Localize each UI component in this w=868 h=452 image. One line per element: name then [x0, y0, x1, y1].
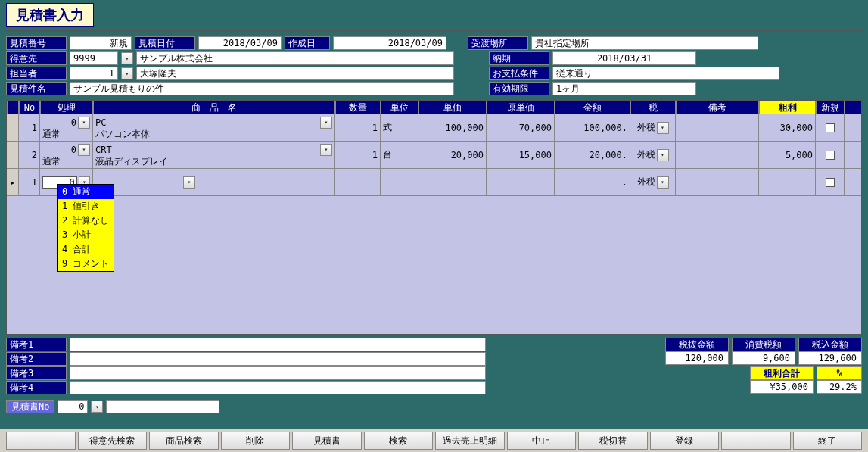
tax-dropdown-icon[interactable]: ▾: [657, 149, 669, 161]
subject-field[interactable]: サンプル見積もりの件: [70, 82, 454, 95]
due-label: 納期: [489, 51, 549, 65]
fn-estimate[interactable]: 見積書: [292, 432, 362, 450]
col-no: No: [19, 101, 40, 114]
remark4-field[interactable]: [70, 381, 486, 394]
cell-unit[interactable]: 台: [381, 142, 418, 168]
cell-proc[interactable]: 0 ▾ 通常: [40, 114, 93, 141]
fn-cancel[interactable]: 中止: [507, 432, 577, 450]
cell-price[interactable]: 100,000: [418, 114, 487, 141]
tax-value: 9,600: [732, 351, 795, 365]
remark3-field[interactable]: [70, 366, 486, 380]
cell-new[interactable]: [816, 114, 845, 141]
cell-remark[interactable]: [676, 114, 759, 141]
grid-row[interactable]: 1 0 ▾ 通常 PC ▾ パソコン本体 1 式 100,000 70,000 …: [7, 114, 861, 142]
staff-code-field[interactable]: 1: [70, 67, 118, 80]
gross-value: 129,600: [798, 351, 862, 365]
proc-option[interactable]: 0 通常: [58, 185, 114, 199]
col-qty: 数量: [335, 101, 381, 114]
cell-remark[interactable]: [676, 142, 759, 168]
fn-tax-toggle[interactable]: 税切替: [578, 432, 648, 450]
net-value: 120,000: [665, 351, 729, 365]
product-dropdown-icon[interactable]: ▾: [183, 176, 195, 189]
cell-product[interactable]: PC ▾ パソコン本体: [93, 114, 335, 141]
fn-product-search[interactable]: 商品検索: [149, 432, 219, 450]
new-checkbox[interactable]: [826, 151, 835, 160]
due-field[interactable]: 2018/03/31: [552, 51, 696, 65]
docno-desc-field[interactable]: [106, 400, 219, 413]
fn-customer-search[interactable]: 得意先検索: [78, 432, 148, 450]
fn-blank-1[interactable]: [6, 432, 76, 450]
gross-label: 税込金額: [798, 338, 862, 351]
payterm-field[interactable]: 従来通り: [552, 67, 779, 80]
grid-row-active[interactable]: ▸ 1 0 ▾ ▾ . 外税 ▾: [7, 169, 861, 196]
cell-qty[interactable]: 1: [335, 114, 381, 141]
cell-qty[interactable]: [335, 169, 381, 195]
col-price: 単価: [418, 101, 487, 114]
proc-option[interactable]: 1 値引き: [58, 199, 114, 214]
proc-option[interactable]: 9 コメント: [58, 257, 114, 271]
fn-search[interactable]: 検索: [364, 432, 434, 450]
cell-tax[interactable]: 外税 ▾: [630, 169, 676, 195]
product-dropdown-icon[interactable]: ▾: [320, 117, 332, 129]
cell-unit[interactable]: [381, 169, 418, 195]
grid-row[interactable]: 2 0 ▾ 通常 CRT ▾ 液晶ディスプレイ 1 台 20,000 15,00…: [7, 142, 861, 169]
docno-label: 見積書No: [6, 400, 54, 413]
proc-option[interactable]: 2 計算なし: [58, 214, 114, 228]
customer-dropdown-icon[interactable]: ▾: [121, 52, 133, 64]
customer-name-field[interactable]: サンプル株式会社: [136, 51, 454, 65]
create-date-field[interactable]: 2018/03/09: [333, 36, 446, 50]
proc-code: 0: [71, 117, 76, 128]
proc-option[interactable]: 3 小計: [58, 228, 114, 242]
remarks-block: 備考1 備考2 備考3 備考4: [6, 338, 490, 395]
totals-block: 税抜金額120,000 消費税額9,600 税込金額129,600 粗利合計¥3…: [506, 338, 862, 395]
cell-cost[interactable]: 15,000: [487, 142, 555, 168]
cell-remark[interactable]: [676, 169, 759, 195]
cell-new[interactable]: [816, 169, 845, 195]
window-title: 見積書入力: [6, 3, 94, 27]
new-checkbox[interactable]: [826, 123, 835, 132]
staff-name-field[interactable]: 大塚隆夫: [136, 67, 454, 80]
proc-dropdown-icon[interactable]: ▾: [78, 144, 90, 156]
tax-dropdown-icon[interactable]: ▾: [657, 176, 669, 189]
fn-register[interactable]: 登録: [650, 432, 720, 450]
product-dropdown-icon[interactable]: ▾: [320, 144, 332, 156]
docno-field[interactable]: 0: [58, 400, 88, 413]
row-marker: [7, 142, 19, 168]
cell-qty[interactable]: 1: [335, 142, 381, 168]
line-items-grid[interactable]: No 処理 商 品 名 数量 単位 単価 原単価 金額 税 備考 粗利 新規 1…: [6, 100, 862, 335]
est-date-label: 見積日付: [135, 36, 195, 50]
remark1-field[interactable]: [70, 338, 486, 351]
cell-unit[interactable]: 式: [381, 114, 418, 141]
proc-name: 通常: [42, 156, 90, 167]
customer-code-field[interactable]: 9999: [70, 51, 118, 65]
cell-tax[interactable]: 外税 ▾: [630, 114, 676, 141]
delivery-place-field[interactable]: 貴社指定場所: [531, 36, 758, 50]
payterm-label: お支払条件: [489, 67, 549, 80]
fn-exit[interactable]: 終了: [793, 432, 863, 450]
remark2-field[interactable]: [70, 352, 486, 366]
row-marker-current: ▸: [7, 169, 19, 195]
fn-past-sales[interactable]: 過去売上明細: [435, 432, 505, 450]
cell-price[interactable]: [418, 169, 487, 195]
proc-option[interactable]: 4 合計: [58, 242, 114, 257]
cell-product[interactable]: CRT ▾ 液晶ディスプレイ: [93, 142, 335, 168]
cell-proc[interactable]: 0 ▾ 通常: [40, 142, 93, 168]
fn-blank-2[interactable]: [721, 432, 791, 450]
proc-dropdown-list[interactable]: 0 通常 1 値引き 2 計算なし 3 小計 4 合計 9 コメント: [57, 184, 114, 272]
cell-new[interactable]: [816, 142, 845, 168]
cell-product[interactable]: ▾: [93, 169, 335, 195]
est-date-field[interactable]: 2018/03/09: [198, 36, 282, 50]
cell-tax[interactable]: 外税 ▾: [630, 142, 676, 168]
docno-dropdown-icon[interactable]: ▾: [91, 401, 103, 413]
cell-cost[interactable]: [487, 169, 555, 195]
customer-label: 得意先: [6, 51, 67, 65]
est-no-field[interactable]: 新規: [70, 36, 132, 50]
staff-dropdown-icon[interactable]: ▾: [121, 67, 133, 79]
fn-delete[interactable]: 削除: [221, 432, 291, 450]
cell-price[interactable]: 20,000: [418, 142, 487, 168]
proc-dropdown-icon[interactable]: ▾: [78, 117, 90, 129]
tax-dropdown-icon[interactable]: ▾: [657, 122, 669, 134]
valid-field[interactable]: 1ヶ月: [552, 82, 696, 95]
cell-cost[interactable]: 70,000: [487, 114, 555, 141]
new-checkbox[interactable]: [826, 178, 835, 187]
